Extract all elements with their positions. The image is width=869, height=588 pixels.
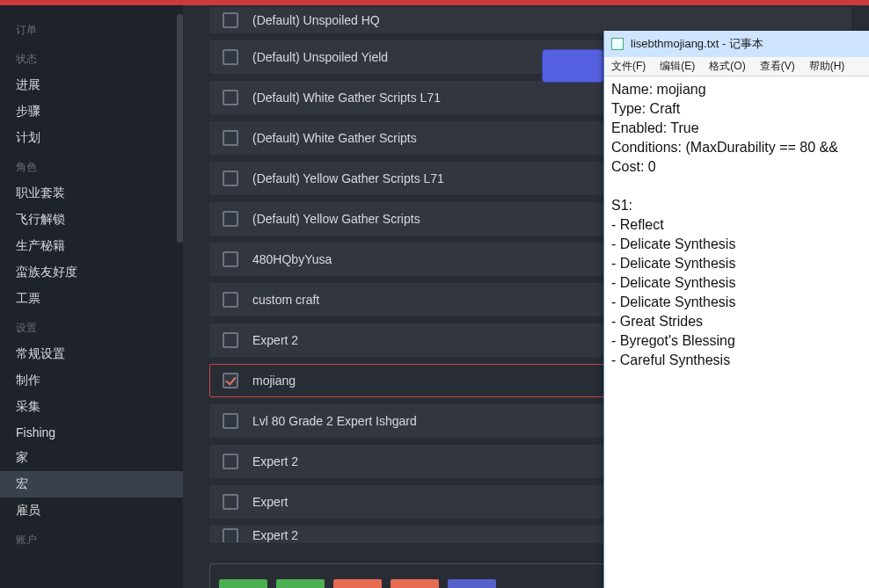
sidebar-scrollbar[interactable]	[177, 14, 183, 243]
floating-action-button[interactable]	[542, 49, 603, 83]
sidebar-item[interactable]: 蛮族友好度	[0, 259, 183, 286]
sidebar-item[interactable]: 制作	[0, 367, 183, 394]
row-label: Expert 2	[252, 333, 298, 347]
notepad-menu-item[interactable]: 文件(F)	[604, 59, 653, 74]
sidebar-group-title: 账户	[0, 524, 183, 553]
sidebar-item[interactable]: 常规设置	[0, 341, 183, 367]
row-checkbox[interactable]	[223, 332, 238, 348]
sidebar-item[interactable]: 宏	[0, 471, 183, 497]
row-label: (Default) Yellow Gather Scripts L71	[252, 171, 444, 185]
row-checkbox[interactable]	[223, 454, 238, 469]
sidebar-item[interactable]: Fishing	[0, 420, 183, 445]
row-checkbox[interactable]	[223, 528, 238, 543]
row-label: (Default) Yellow Gather Scripts	[252, 212, 420, 226]
sidebar-group-title: 状态	[0, 43, 183, 72]
sidebar-item[interactable]: 家	[0, 445, 183, 471]
row-label: (Default) Unspoiled HQ	[252, 13, 380, 27]
row-label: (Default) White Gather Scripts L71	[252, 91, 441, 105]
notepad-menubar: 文件(F)编辑(E)格式(O)查看(V)帮助(H)	[604, 57, 869, 76]
sidebar: 订单状态进展步骤计划角色职业套装飞行解锁生产秘籍蛮族友好度工票设置常规设置制作采…	[0, 5, 183, 588]
row-label: Expert 2	[252, 528, 298, 542]
sidebar-item[interactable]: 职业套装	[0, 180, 183, 207]
row-label: Expert 2	[252, 454, 298, 468]
action-button-4[interactable]	[391, 579, 439, 588]
row-checkbox[interactable]	[223, 90, 238, 105]
action-button-5[interactable]	[448, 579, 496, 588]
row-checkbox[interactable]	[223, 49, 238, 65]
row-checkbox[interactable]	[223, 171, 238, 186]
row-checkbox[interactable]	[223, 12, 238, 28]
row-checkbox[interactable]	[223, 130, 238, 146]
row-checkbox[interactable]	[223, 251, 238, 267]
sidebar-item[interactable]: 步骤	[0, 98, 183, 125]
sidebar-group-title: 订单	[0, 14, 183, 43]
sidebar-item[interactable]: 计划	[0, 125, 183, 151]
action-button-1[interactable]	[219, 579, 267, 588]
row-label: (Default) White Gather Scripts	[252, 131, 417, 145]
row-checkbox[interactable]	[223, 373, 238, 388]
notepad-title-text: lisebthmojiang.txt - 记事本	[631, 36, 763, 52]
notepad-body[interactable]: Name: mojiang Type: Craft Enabled: True …	[604, 76, 869, 374]
notepad-window: lisebthmojiang.txt - 记事本 文件(F)编辑(E)格式(O)…	[603, 31, 869, 588]
row-label: custom craft	[252, 293, 319, 307]
notepad-icon	[611, 38, 624, 50]
notepad-menu-item[interactable]: 格式(O)	[702, 59, 752, 74]
macro-row[interactable]: (Default) Unspoiled HQ	[209, 7, 851, 33]
row-label: 480HQbyYusa	[252, 252, 332, 266]
sidebar-item[interactable]: 飞行解锁	[0, 207, 183, 233]
sidebar-item[interactable]: 采集	[0, 394, 183, 420]
row-checkbox[interactable]	[223, 413, 238, 429]
sidebar-group-title: 设置	[0, 312, 183, 341]
sidebar-item[interactable]: 工票	[0, 286, 183, 312]
notepad-titlebar[interactable]: lisebthmojiang.txt - 记事本	[604, 31, 869, 57]
sidebar-item[interactable]: 进展	[0, 72, 183, 98]
notepad-menu-item[interactable]: 查看(V)	[753, 59, 802, 74]
sidebar-group-title: 角色	[0, 151, 183, 180]
row-label: (Default) Unspoiled Yield	[252, 50, 388, 64]
row-checkbox[interactable]	[223, 211, 238, 227]
action-button-3[interactable]	[333, 579, 382, 588]
action-button-2[interactable]	[276, 579, 325, 588]
row-label: mojiang	[252, 374, 296, 388]
row-checkbox[interactable]	[223, 494, 238, 510]
row-checkbox[interactable]	[223, 292, 238, 308]
row-label: Lvl 80 Grade 2 Expert Ishgard	[252, 414, 417, 428]
notepad-menu-item[interactable]: 编辑(E)	[653, 59, 702, 74]
sidebar-item[interactable]: 生产秘籍	[0, 233, 183, 259]
sidebar-item[interactable]: 雇员	[0, 497, 183, 524]
row-label: Expert	[252, 495, 288, 509]
notepad-menu-item[interactable]: 帮助(H)	[802, 59, 852, 74]
